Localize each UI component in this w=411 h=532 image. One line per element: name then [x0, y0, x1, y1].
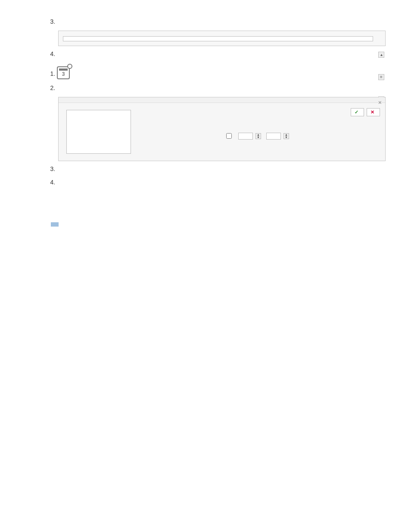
footer-accent-icon: [51, 222, 59, 227]
step-d4: [57, 178, 372, 187]
reference-image-row: ▲▼ ▲▼: [136, 132, 380, 140]
dialog-titlebar: ×: [59, 97, 385, 103]
gear-icon: [67, 64, 72, 69]
mode-labels: [136, 118, 184, 128]
steps-c: [39, 66, 372, 93]
sec-spinner[interactable]: ▲▼: [283, 133, 289, 139]
step-c2: [57, 84, 372, 93]
recording-schedule-dialog: × ✓ ✕: [58, 97, 386, 161]
steps-a: [39, 17, 372, 26]
steps-d: [39, 165, 372, 187]
scroll-up-icon[interactable]: ▴: [378, 52, 384, 58]
templates-pane: [66, 108, 131, 154]
timeline[interactable]: [185, 118, 380, 128]
page-number: [51, 221, 61, 227]
min-spinner[interactable]: ▲▼: [255, 133, 261, 139]
default-week-table: [63, 36, 373, 41]
schedule-editor: ✓ ✕ ▲▼ ▲▼: [136, 108, 380, 154]
templates-list[interactable]: [66, 110, 131, 154]
step-c1: [57, 66, 372, 79]
timeline-axis: [185, 119, 380, 128]
set-area-button[interactable]: ✓: [351, 108, 364, 116]
step-d3: [57, 165, 372, 174]
camera-col-header: [63, 37, 373, 41]
check-icon: ✓: [355, 109, 358, 115]
ref-min-input[interactable]: [238, 133, 253, 140]
default-week-panel: ▴ ≡ ▾: [58, 31, 386, 46]
scrollbar[interactable]: ▴ ≡ ▾: [378, 52, 384, 119]
reference-image-checkbox[interactable]: [226, 133, 232, 139]
x-icon: ✕: [371, 109, 374, 115]
scroll-thumb-icon[interactable]: ≡: [378, 74, 384, 80]
steps-b: [39, 50, 372, 59]
close-icon[interactable]: ×: [378, 99, 382, 106]
step-3: [57, 17, 372, 26]
step-4: [57, 50, 372, 59]
ref-sec-input[interactable]: [266, 133, 281, 140]
page-footer: [39, 221, 372, 227]
